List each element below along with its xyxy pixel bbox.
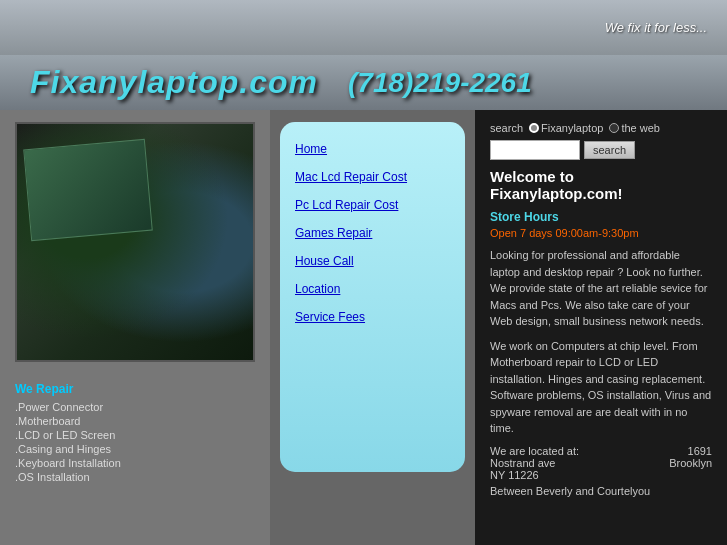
search-row: search Fixanylaptop the web xyxy=(490,122,712,134)
main-content: We Repair .Power Connector .Motherboard … xyxy=(0,110,727,545)
nav-pc-lcd[interactable]: Pc Lcd Repair Cost xyxy=(295,198,450,212)
phone-number: (718)219-2261 xyxy=(348,67,532,99)
welcome-title: Welcome to Fixanylaptop.com! xyxy=(490,168,712,202)
site-name: Fixanylaptop.com xyxy=(30,64,318,101)
nav-games[interactable]: Games Repair xyxy=(295,226,450,240)
location-left: We are located at: Nostrand ave NY 11226 xyxy=(490,445,669,481)
repair-item-5: .Keyboard Installation xyxy=(15,456,255,470)
nav-mac-lcd[interactable]: Mac Lcd Repair Cost xyxy=(295,170,450,184)
body-text-1: Looking for professional and affordable … xyxy=(490,247,712,330)
repair-title: We Repair xyxy=(15,382,255,396)
search-label: search xyxy=(490,122,523,134)
body-text-2: We work on Computers at chip level. From… xyxy=(490,338,712,437)
nav-location[interactable]: Location xyxy=(295,282,450,296)
city: Brooklyn xyxy=(669,457,712,469)
logo-bar: Fixanylaptop.com (718)219-2261 xyxy=(0,55,727,110)
welcome-line2: Fixanylaptop.com! xyxy=(490,185,623,202)
nav-home[interactable]: Home xyxy=(295,142,450,156)
radio-fixanylaptop-dot xyxy=(529,123,539,133)
search-input[interactable] xyxy=(490,140,580,160)
located-label: We are located at: xyxy=(490,445,579,457)
search-input-row: search xyxy=(490,140,712,160)
location-section: We are located at: Nostrand ave NY 11226… xyxy=(490,445,712,481)
welcome-line1: Welcome to xyxy=(490,168,574,185)
between-text: Between Beverly and Courtelyou xyxy=(490,485,712,497)
repair-item-4: .Casing and Hinges xyxy=(15,442,255,456)
store-hours-label: Store Hours xyxy=(490,210,712,224)
radio-fixanylaptop-label: Fixanylaptop xyxy=(541,122,603,134)
radio-fixanylaptop[interactable]: Fixanylaptop xyxy=(529,122,603,134)
repair-item-1: .Power Connector xyxy=(15,400,255,414)
nav-service-fees[interactable]: Service Fees xyxy=(295,310,450,324)
laptop-image xyxy=(15,122,255,362)
top-bar: We fix it for less... xyxy=(0,0,727,55)
radio-web[interactable]: the web xyxy=(609,122,660,134)
radio-web-label: the web xyxy=(621,122,660,134)
tagline: We fix it for less... xyxy=(605,20,707,35)
nav-panel: Home Mac Lcd Repair Cost Pc Lcd Repair C… xyxy=(280,122,465,472)
search-button[interactable]: search xyxy=(584,141,635,159)
right-panel: search Fixanylaptop the web search Welco… xyxy=(475,110,727,545)
radio-web-dot xyxy=(609,123,619,133)
left-panel: We Repair .Power Connector .Motherboard … xyxy=(0,110,270,545)
repair-item-6: .OS Installation xyxy=(15,470,255,484)
street-address: Nostrand ave xyxy=(490,457,555,469)
repair-section: We Repair .Power Connector .Motherboard … xyxy=(0,374,270,492)
nav-house-call[interactable]: House Call xyxy=(295,254,450,268)
repair-item-2: .Motherboard xyxy=(15,414,255,428)
repair-item-3: .LCD or LED Screen xyxy=(15,428,255,442)
hours-text: Open 7 days 09:00am-9:30pm xyxy=(490,227,712,239)
zip-code: NY 11226 xyxy=(490,469,539,481)
location-right: 1691 Brooklyn xyxy=(669,445,712,481)
address-number: 1691 xyxy=(688,445,712,457)
